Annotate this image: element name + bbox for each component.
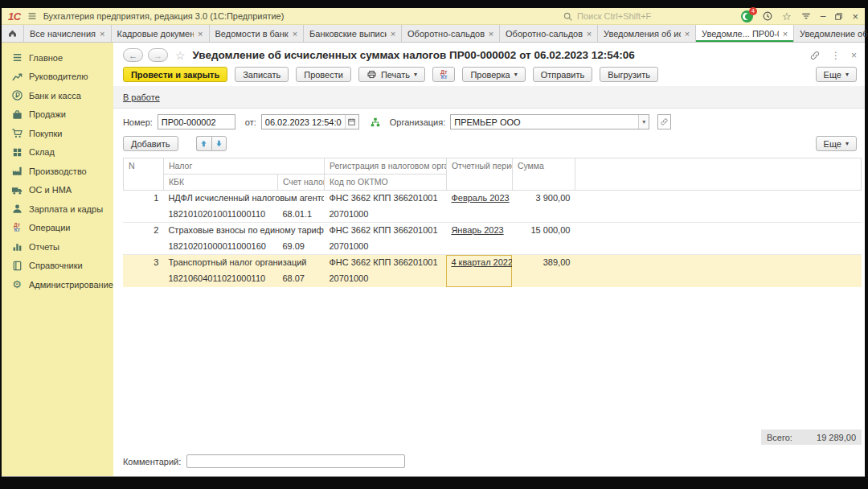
get-link-icon[interactable] (809, 50, 821, 61)
minimize-button[interactable]: – (821, 10, 826, 22)
sidebar-item-sklad[interactable]: Склад (2, 143, 113, 162)
tab-vedomosti-v-bank[interactable]: Ведомости в банк × (210, 25, 305, 42)
period-cell[interactable]: Февраль 2023 (446, 191, 512, 223)
tab-bankovskie-vypiski[interactable]: Банковские выписки × (304, 25, 402, 42)
print-button[interactable]: Печать ▾ (358, 67, 425, 82)
kbk-cell[interactable]: 18210201000011000160 (163, 239, 277, 255)
check-button[interactable]: Проверка ▾ (462, 67, 525, 82)
tab-close-icon[interactable]: × (489, 29, 493, 39)
tab-close-icon[interactable]: × (587, 29, 592, 39)
tab-kadrovye-dokumenty[interactable]: Кадровые документы × (112, 25, 210, 42)
tab-vse-nachisleniya[interactable]: Все начисления × (24, 25, 112, 42)
period-link[interactable]: Январь 2023 (451, 225, 503, 235)
tab-home[interactable] (2, 25, 24, 42)
col-header-account[interactable]: Счет налога (277, 175, 324, 191)
col-header-amount[interactable]: Сумма (512, 158, 575, 191)
kbk-cell[interactable]: 18210604011021000110 (163, 271, 277, 287)
account-cell[interactable]: 68.07 (277, 271, 324, 287)
amount-cell[interactable]: 15 000,00 (512, 223, 575, 255)
sidebar-item-otchety[interactable]: Отчеты (2, 237, 113, 257)
col-header-tax[interactable]: Налог (163, 158, 324, 175)
amount-cell[interactable]: 3 900,00 (512, 191, 575, 223)
close-window-button[interactable]: × (852, 10, 858, 23)
date-input[interactable] (262, 115, 345, 129)
save-button[interactable]: Записать (235, 67, 289, 82)
sidebar-item-prodazhi[interactable]: Продажи (2, 105, 113, 125)
history-icon[interactable] (762, 10, 773, 22)
tab-close-icon[interactable]: × (391, 29, 395, 39)
number-input[interactable] (158, 115, 235, 129)
export-button[interactable]: Выгрузить (600, 67, 658, 82)
col-header-kbk[interactable]: КБК (163, 175, 277, 191)
period-link[interactable]: Февраль 2023 (451, 193, 509, 203)
add-row-button[interactable]: Добавить (123, 136, 178, 151)
oktmo-cell[interactable]: 20701000 (324, 271, 446, 287)
tab-osv-1[interactable]: Оборотно-сальдовая в... × (402, 25, 500, 42)
account-cell[interactable]: 68.01.1 (277, 207, 324, 223)
tab-uvedomlenie-pr00-000002[interactable]: Уведомле... ПР00-000002 × (696, 25, 794, 42)
tax-cell[interactable]: НДФЛ исчисленный налоговым агентом (163, 191, 324, 207)
tab-uvedomleniya-list[interactable]: Уведомления об исчис... × (598, 25, 696, 42)
sidebar-item-proizvodstvo[interactable]: Производство (2, 162, 113, 181)
registration-cell[interactable]: ФНС 3662 КПП 366201001 (324, 255, 446, 271)
registration-cell[interactable]: ФНС 3662 КПП 366201001 (324, 223, 446, 239)
org-structure-icon[interactable] (370, 117, 381, 128)
post-and-close-button[interactable]: Провести и закрыть (123, 67, 227, 82)
post-button[interactable]: Провести (296, 67, 351, 82)
favorites-icon[interactable]: ☆ (782, 10, 792, 23)
table-row[interactable]: 1 НДФЛ исчисленный налоговым агентом ФНС… (123, 191, 861, 207)
sidebar-item-zarplata-i-kadry[interactable]: Зарплата и кадры (2, 199, 113, 219)
restore-button[interactable] (834, 12, 843, 21)
tab-close-icon[interactable]: × (100, 29, 104, 39)
dtkt-button[interactable]: ДтКт (432, 67, 455, 82)
favorite-star-icon[interactable]: ☆ (175, 49, 186, 62)
tab-osv-2[interactable]: Оборотно-сальдовая в... × (500, 25, 598, 42)
sidebar-item-os-i-nma[interactable]: ОС и НМА (2, 181, 113, 200)
tab-close-icon[interactable]: × (293, 29, 297, 39)
account-cell[interactable]: 69.09 (277, 239, 324, 255)
period-link[interactable]: 4 квартал 2022 (451, 257, 512, 267)
sidebar-item-glavnoe[interactable]: Главное (2, 48, 113, 68)
tab-uvedomlenie-ob-ischis[interactable]: Уведомление об исчис... × (794, 25, 868, 42)
tab-close-icon[interactable]: × (783, 29, 788, 39)
col-header-registration[interactable]: Регистрация в налоговом органе (324, 158, 446, 175)
organization-input[interactable] (451, 115, 638, 129)
sidebar-item-bank-i-kassa[interactable]: Банк и касса (2, 86, 113, 105)
back-button[interactable]: ← (123, 48, 143, 62)
tax-cell[interactable]: Страховые взносы по единому тарифу (163, 223, 324, 239)
sidebar-item-spravochniki[interactable]: Справочники (2, 257, 113, 276)
amount-cell[interactable]: 389,00 (512, 255, 575, 287)
oktmo-cell[interactable]: 20701000 (324, 239, 446, 255)
organization-dropdown-icon[interactable]: ▾ (638, 115, 649, 129)
forward-button[interactable]: → (148, 48, 168, 62)
table-row[interactable]: 2 Страховые взносы по единому тарифу ФНС… (123, 223, 861, 239)
sidebar-item-administrirovanie[interactable]: ⚙ Администрирование (2, 275, 113, 294)
sidebar-item-pokupki[interactable]: Покупки (2, 124, 113, 143)
col-header-period[interactable]: Отчетный период (446, 158, 512, 191)
tab-close-icon[interactable]: × (685, 29, 690, 39)
service-menu-icon[interactable] (800, 10, 812, 22)
more-button[interactable]: Еще ▾ (816, 67, 857, 82)
period-cell[interactable]: Январь 2023 (446, 223, 512, 255)
table-row-selected[interactable]: 3 Транспортный налог организаций ФНС 366… (123, 255, 861, 271)
col-header-oktmo[interactable]: Код по ОКТМО (324, 175, 446, 191)
close-document-icon[interactable]: × (851, 50, 857, 61)
move-down-button[interactable] (211, 136, 227, 151)
tab-close-icon[interactable]: × (198, 29, 203, 39)
sidebar-item-operacii[interactable]: ДтКт Операции (2, 219, 113, 238)
comment-input[interactable] (186, 454, 405, 468)
more-menu-icon[interactable]: ⋮ (831, 50, 841, 61)
col-header-n[interactable]: N (123, 158, 163, 191)
kbk-cell[interactable]: 18210102010011000110 (163, 207, 277, 223)
table-more-button[interactable]: Еще ▾ (816, 136, 857, 151)
sidebar-item-rukovoditelyu[interactable]: Руководителю (2, 68, 113, 87)
send-button[interactable]: Отправить (533, 67, 593, 82)
organization-open-icon[interactable] (657, 114, 671, 129)
tax-cell[interactable]: Транспортный налог организаций (163, 255, 324, 271)
oktmo-cell[interactable]: 20701000 (324, 207, 446, 223)
calendar-icon[interactable] (345, 115, 358, 129)
main-menu-icon[interactable] (27, 10, 38, 22)
registration-cell[interactable]: ФНС 3662 КПП 366201001 (324, 191, 446, 207)
discussions-icon[interactable]: 4 (741, 10, 753, 23)
status-link[interactable]: В работе (123, 92, 160, 102)
